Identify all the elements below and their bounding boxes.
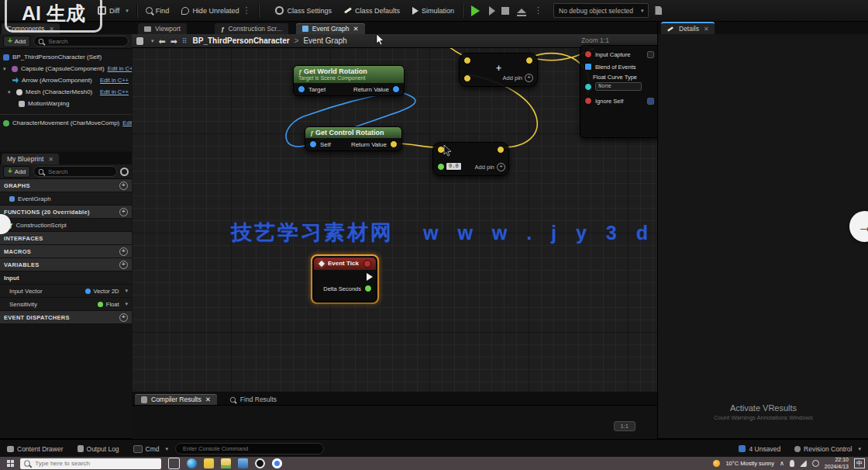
chevron-down-icon[interactable]: ▾ [125, 301, 128, 307]
play-button[interactable] [465, 0, 486, 21]
folder-app-icon[interactable] [204, 458, 214, 468]
content-drawer-button[interactable]: Content Drawer [0, 440, 71, 458]
expander-icon[interactable]: ▾ [3, 66, 9, 72]
tree-row[interactable]: MotionWarping [0, 98, 132, 109]
globe-icon[interactable] [812, 460, 819, 467]
item-eventgraph[interactable]: EventGraph [0, 192, 132, 206]
close-icon[interactable]: ✕ [48, 156, 53, 163]
edit-in-cpp-link[interactable]: Edit in C++ [100, 88, 129, 95]
edge-icon[interactable] [187, 458, 197, 468]
output-pin[interactable] [364, 285, 372, 292]
category-input[interactable]: Input [0, 271, 132, 285]
variable-row[interactable]: Sensitivity Float ▾ [0, 298, 132, 311]
close-icon[interactable]: ✕ [205, 396, 211, 403]
chevron-down-icon[interactable]: ▾ [151, 38, 154, 44]
pin-value-field[interactable]: None [595, 82, 642, 91]
input-pin[interactable] [463, 57, 471, 64]
play-options-button[interactable]: ⋮ [531, 0, 546, 21]
item-construction-script[interactable]: ƒ ConstructionScript [0, 219, 132, 232]
taskbar-clock[interactable]: 22:10 2024/4/13 [825, 457, 849, 469]
tab-my-blueprint[interactable]: My Blueprint ✕ [2, 154, 59, 164]
add-component-button[interactable]: + Add [3, 36, 30, 47]
checkbox[interactable] [647, 51, 654, 58]
tree-row[interactable]: BP_ThirdPersonCharacter (Self) [0, 51, 132, 63]
my-blueprint-search[interactable] [33, 166, 117, 177]
section-graphs[interactable]: GRAPHS + [0, 179, 132, 192]
add-graph-icon[interactable]: + [119, 181, 128, 190]
input-pin[interactable] [584, 83, 592, 91]
class-settings-button[interactable]: Class Settings [269, 0, 338, 21]
eject-button[interactable] [512, 0, 531, 21]
network-icon[interactable] [800, 460, 807, 467]
unsaved-status-button[interactable]: 4 Unsaved [732, 445, 787, 453]
folder-app-icon[interactable] [221, 458, 231, 468]
simulation-button[interactable]: Simulation [406, 0, 460, 21]
console-mode-dropdown[interactable]: Cmd ▾ [126, 440, 175, 458]
input-pin[interactable] [298, 85, 305, 93]
variable-row[interactable]: Input Vector Vector 2D ▾ [0, 285, 132, 298]
input-pin[interactable] [584, 50, 592, 58]
node-partial-right[interactable]: Input Capture Blend of Events Float Curv… [580, 45, 657, 138]
add-macro-icon[interactable]: + [119, 247, 128, 256]
input-pin[interactable] [463, 74, 471, 82]
input-pin[interactable] [309, 140, 317, 148]
node-add-vector[interactable]: + Add pin + [459, 53, 538, 87]
tray-chevron-up-icon[interactable]: ∧ [780, 460, 784, 467]
section-variables[interactable]: VARIABLES + [0, 258, 132, 271]
bookmark-icon[interactable] [136, 37, 143, 45]
breadcrumb-current[interactable]: Event Graph [303, 36, 346, 45]
output-pin[interactable] [497, 146, 505, 154]
exec-output-pin[interactable] [367, 273, 373, 281]
more-options-icon[interactable]: ⋮ [242, 5, 250, 16]
nav-forward-icon[interactable]: ➡ [170, 37, 177, 45]
ime-indicator[interactable]: 中 [854, 458, 865, 468]
section-macros[interactable]: MACROS + [0, 245, 132, 258]
nav-back-icon[interactable]: ⬅ [159, 37, 166, 45]
section-interfaces[interactable]: INTERFACES [0, 232, 132, 245]
graph-corner-badge[interactable]: 1:1 [614, 421, 636, 431]
start-button[interactable] [0, 457, 20, 470]
section-functions[interactable]: FUNCTIONS (20 Overridable) + [0, 206, 132, 219]
breadcrumb-root[interactable]: BP_ThirdPersonCharacter [193, 36, 290, 45]
event-graph-canvas[interactable]: ▾ ⬅ ➡ ⠿ BP_ThirdPersonCharacter > Event … [132, 34, 657, 392]
input-pin[interactable] [584, 63, 592, 71]
weather-label[interactable]: 10°C Mostly sunny [725, 460, 774, 467]
input-pin[interactable] [584, 97, 592, 105]
taskbar-search[interactable] [20, 458, 161, 469]
pin-value-field[interactable]: 0.0 [446, 162, 462, 171]
tree-row[interactable]: CharacterMovement (CharMoveComp) Edit in… [0, 114, 132, 129]
edit-in-cpp-link[interactable]: Edit in C++ [100, 77, 129, 84]
add-dispatcher-icon[interactable]: + [119, 313, 128, 322]
output-pin[interactable] [525, 57, 533, 64]
node-get-world-rotation[interactable]: ƒ Get World Rotation Target is Scene Com… [293, 65, 405, 96]
obs-icon[interactable] [255, 458, 265, 468]
taskbar-search-input[interactable] [33, 459, 157, 468]
output-pin[interactable] [392, 85, 400, 93]
add-variable-icon[interactable]: + [119, 261, 128, 269]
add-pin-button[interactable]: Add pin + [503, 74, 533, 82]
console-command-input[interactable] [181, 444, 318, 453]
filter-gear-icon[interactable] [120, 168, 129, 176]
expander-icon[interactable]: ▾ [8, 89, 13, 95]
tab-find-results[interactable]: Find Results [223, 394, 283, 405]
tab-viewport[interactable]: Viewport [138, 23, 187, 34]
input-pin[interactable] [437, 163, 445, 171]
class-defaults-button[interactable]: Class Defaults [338, 0, 406, 21]
tab-details[interactable]: Details ✕ [661, 22, 715, 34]
stop-button[interactable] [498, 0, 512, 21]
components-search-input[interactable] [46, 37, 124, 46]
tree-row[interactable]: ▾ Mesh (CharacterMesh0) Edit in C++ [0, 86, 132, 98]
tab-construction-script[interactable]: ƒ Construction Scr... [215, 23, 288, 34]
browse-debug-object-button[interactable] [649, 0, 668, 21]
tree-row[interactable]: ▾ Capsule (CapsuleComponent) Edit in C++ [0, 63, 132, 74]
components-search[interactable] [33, 36, 129, 47]
debug-object-dropdown[interactable]: No debug object selected ▾ [553, 3, 649, 18]
node-event-tick-selection[interactable]: Event Tick Delta Seconds [311, 254, 379, 304]
add-function-icon[interactable]: + [119, 208, 128, 216]
task-view-icon[interactable] [168, 458, 180, 469]
my-blueprint-search-input[interactable] [46, 168, 112, 176]
output-pin[interactable] [390, 140, 398, 148]
output-log-button[interactable]: Output Log [71, 440, 126, 458]
file-explorer-icon[interactable] [238, 458, 248, 468]
find-button[interactable]: Find [140, 0, 176, 21]
